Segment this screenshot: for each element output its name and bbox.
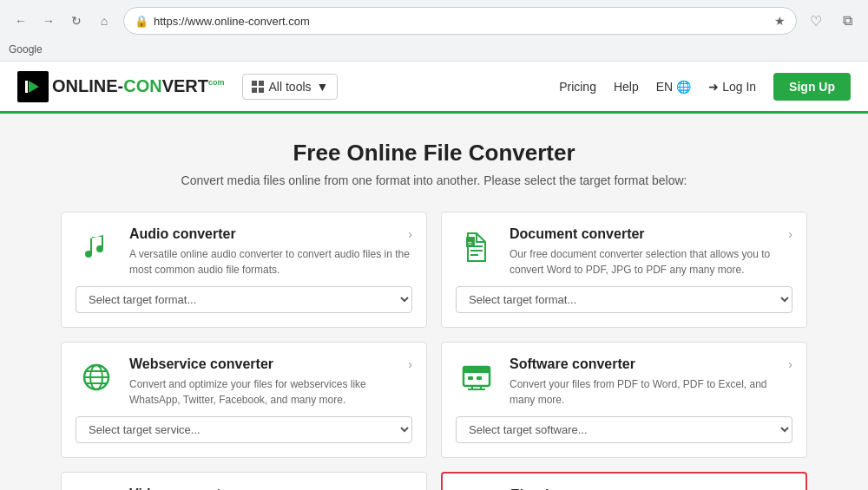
chevron-right-icon: › [408, 357, 412, 371]
svg-rect-2 [252, 81, 257, 86]
bookmark-button[interactable]: ♡ [804, 9, 828, 33]
svg-rect-22 [477, 376, 482, 380]
logo-text: ONLINE-CONVERTcom [52, 76, 225, 96]
logo[interactable]: ONLINE-CONVERTcom [17, 71, 225, 102]
address-bar[interactable]: 🔒 https://www.online-convert.com ★ [123, 7, 797, 35]
google-label: Google [9, 43, 43, 56]
all-tools-label: All tools [269, 80, 312, 94]
refresh-button[interactable]: ↻ [64, 9, 89, 33]
card-title: Document converter [510, 226, 645, 242]
browser-top-bar: ← → ↻ ⌂ 🔒 https://www.online-convert.com… [0, 0, 868, 42]
converter-card-video[interactable]: Video converter › Convert video files in… [61, 472, 427, 490]
format-select-document[interactable]: Select target format...PDFDOCDOCXTXT [456, 286, 792, 313]
card-body: Webservice converter › Convert and optim… [129, 356, 412, 408]
card-title: Audio converter [129, 226, 236, 242]
chevron-right-icon: › [788, 227, 792, 241]
card-title: Video converter [129, 487, 234, 490]
svg-rect-3 [259, 81, 264, 86]
svg-rect-5 [259, 88, 264, 93]
all-tools-chevron: ▼ [317, 80, 329, 94]
extensions-button[interactable]: ⧉ [835, 9, 859, 33]
home-button[interactable]: ⌂ [92, 9, 116, 33]
logo-icon [17, 71, 49, 102]
pricing-link[interactable]: Pricing [559, 80, 596, 94]
forward-button[interactable]: → [36, 9, 61, 33]
card-title-row: Document converter › [510, 226, 792, 242]
card-icon-web [76, 356, 117, 398]
card-title: Software converter [510, 356, 635, 372]
format-select-webservice[interactable]: Select target service...WhatsAppTwitterF… [76, 416, 412, 443]
card-title-row: Webservice converter › [129, 356, 412, 372]
card-title: Webservice converter [129, 356, 273, 372]
site-header: ONLINE-CONVERTcom All tools ▼ Pricing He… [0, 62, 868, 114]
svg-rect-17 [464, 367, 490, 373]
browser-action-buttons: ♡ ⧉ [804, 9, 859, 33]
browser-chrome: ← → ↻ ⌂ 🔒 https://www.online-convert.com… [0, 0, 868, 62]
card-desc: Convert and optimize your files for webs… [129, 376, 412, 408]
converter-card-audio[interactable]: Audio converter › A versatile online aud… [61, 212, 427, 328]
card-icon-software [456, 356, 497, 398]
card-top: Video converter › Convert video files in… [76, 487, 412, 490]
google-bar: Google [0, 42, 868, 61]
card-title-row: Software converter › [510, 356, 792, 372]
url-text: https://www.online-convert.com [154, 15, 769, 28]
page-subtitle: Convert media files online from one form… [17, 173, 851, 187]
card-desc: A versatile online audio converter to co… [129, 246, 412, 278]
card-top: Webservice converter › Convert and optim… [76, 356, 412, 408]
format-select-audio[interactable]: Select target format...MP3WAVOGGFLACAAC [76, 286, 412, 313]
svg-marker-1 [29, 81, 39, 93]
converter-card-software[interactable]: Software converter › Convert your files … [441, 342, 807, 458]
card-body: Video converter › Convert video files in… [129, 487, 412, 490]
card-body: Audio converter › A versatile online aud… [129, 226, 412, 278]
svg-rect-0 [25, 81, 28, 93]
card-title-row: Video converter › [129, 487, 412, 490]
signup-button[interactable]: Sign Up [773, 73, 851, 101]
card-top: Software converter › Convert your files … [456, 356, 792, 408]
chevron-right-icon: › [408, 227, 412, 241]
login-label: Log In [722, 80, 756, 94]
svg-rect-4 [252, 88, 257, 93]
back-button[interactable]: ← [9, 9, 33, 33]
main-content: Free Online File Converter Convert media… [0, 114, 868, 490]
browser-nav-buttons: ← → ↻ ⌂ [9, 9, 116, 33]
card-icon-audio [76, 226, 117, 268]
card-top: = Document converter › Our free document… [456, 226, 792, 278]
card-desc: Convert your files from PDF to Word, PDF… [510, 376, 792, 408]
card-body: Document converter › Our free document c… [510, 226, 792, 278]
converter-card-webservice[interactable]: Webservice converter › Convert and optim… [61, 342, 427, 458]
grid-icon [252, 81, 264, 93]
header-nav: Pricing Help EN 🌐 ➜ Log In Sign Up [559, 73, 851, 101]
card-body: Software converter › Convert your files … [510, 356, 792, 408]
svg-text:=: = [468, 239, 472, 247]
help-link[interactable]: Help [614, 80, 639, 94]
svg-rect-21 [468, 376, 473, 380]
language-button[interactable]: EN 🌐 [656, 80, 691, 94]
page-title: Free Online File Converter [17, 140, 851, 167]
converter-card-document[interactable]: = Document converter › Our free document… [441, 212, 807, 328]
converter-card-ebook[interactable]: Ebook converter › A list of versatile on… [441, 472, 807, 490]
converter-grid: Audio converter › A versatile online aud… [61, 212, 807, 490]
lang-label: EN [656, 80, 673, 94]
card-title-row: Audio converter › [129, 226, 412, 242]
star-icon: ★ [774, 14, 786, 28]
all-tools-button[interactable]: All tools ▼ [242, 74, 339, 100]
card-icon-document: = [456, 226, 497, 268]
logo-svg [23, 77, 43, 96]
card-desc: Our free document converter selection th… [510, 246, 792, 278]
logo-badge: com [208, 78, 225, 87]
format-select-software[interactable]: Select target software...WordExcelPowerP… [456, 416, 792, 443]
card-icon-video [76, 487, 117, 490]
lock-icon: 🔒 [135, 15, 148, 28]
login-button[interactable]: ➜ Log In [708, 80, 756, 94]
globe-icon: 🌐 [676, 80, 691, 94]
login-arrow-icon: ➜ [708, 80, 719, 94]
chevron-right-icon: › [788, 357, 792, 371]
card-top: Audio converter › A versatile online aud… [76, 226, 412, 278]
